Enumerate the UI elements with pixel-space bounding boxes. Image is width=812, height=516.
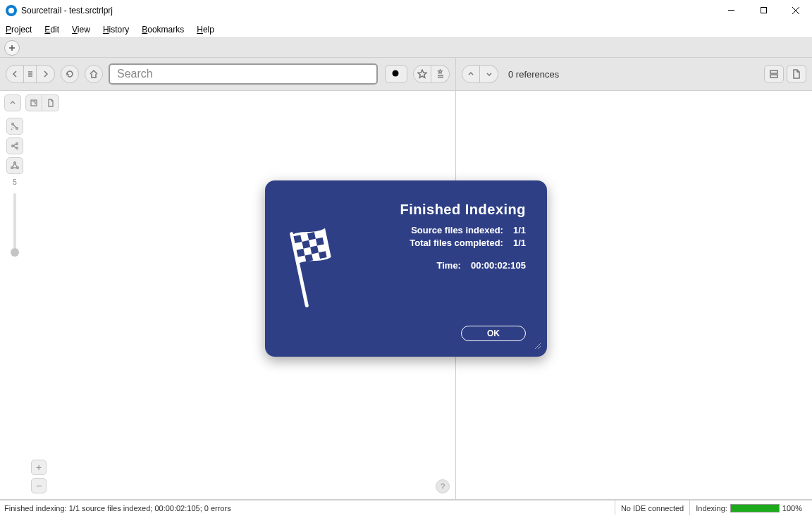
flag-icon	[286, 224, 343, 312]
svg-rect-38	[297, 249, 305, 257]
maximize-button[interactable]	[747, 0, 780, 20]
history-dropdown-button[interactable]	[24, 65, 37, 83]
svg-marker-12	[438, 70, 442, 73]
status-ide: No IDE connected	[615, 500, 689, 515]
stat-time-label: Time:	[341, 259, 461, 272]
svg-point-9	[393, 70, 399, 77]
statusbar: Finished indexing: 1/1 source files inde…	[0, 500, 812, 515]
bookmark-group	[413, 65, 450, 83]
svg-rect-37	[316, 238, 324, 246]
bookmark-list-button[interactable]	[431, 65, 450, 83]
svg-point-16	[12, 123, 14, 125]
layout-button-3[interactable]	[6, 157, 23, 174]
menu-history[interactable]: History	[103, 25, 129, 35]
nav-group	[6, 65, 55, 83]
collapse-up-button[interactable]	[4, 94, 21, 111]
export-image-button[interactable]	[25, 94, 42, 111]
svg-line-23	[13, 144, 16, 146]
svg-rect-15	[31, 100, 37, 106]
finished-indexing-dialog: Finished Indexing Source files indexed:1…	[265, 180, 547, 357]
side-gutter: 5	[0, 115, 25, 499]
zoom-in-button[interactable]: +	[31, 460, 47, 475]
svg-point-25	[14, 162, 16, 164]
window-title: Sourcetrail - test.srctrlprj	[21, 6, 715, 16]
svg-marker-11	[418, 70, 426, 78]
svg-rect-35	[307, 232, 316, 240]
status-indexing-label: Indexing:	[696, 504, 727, 512]
full-view-button[interactable]	[787, 65, 806, 83]
menu-edit[interactable]: Edit	[44, 25, 59, 35]
depth-slider[interactable]	[13, 193, 16, 257]
svg-point-17	[16, 128, 18, 130]
forward-button[interactable]	[37, 65, 55, 83]
menu-project[interactable]: Project	[6, 25, 32, 35]
resize-grip-icon[interactable]	[533, 340, 541, 352]
references-count: 0 references	[508, 69, 761, 80]
home-button[interactable]	[85, 65, 103, 83]
close-button[interactable]	[780, 0, 812, 20]
bookmark-star-button[interactable]	[413, 65, 431, 83]
refresh-button[interactable]	[61, 65, 79, 83]
svg-line-43	[538, 346, 541, 349]
menu-help[interactable]: Help	[197, 25, 214, 35]
dialog-heading: Finished Indexing	[265, 202, 526, 218]
layout-button-2[interactable]	[6, 137, 23, 154]
svg-line-28	[13, 164, 16, 167]
export-file-button[interactable]	[42, 94, 59, 111]
search-input[interactable]	[109, 63, 378, 85]
status-percent: 100%	[782, 504, 802, 512]
help-button[interactable]: ?	[436, 479, 450, 493]
app-icon	[6, 5, 17, 16]
indexing-progress-fill	[731, 505, 779, 512]
svg-line-10	[398, 76, 400, 78]
dialog-stats: Source files indexed:1/1 Total files com…	[341, 224, 526, 273]
svg-rect-39	[310, 246, 319, 254]
main-toolbar	[0, 58, 455, 91]
snippet-view-button[interactable]	[764, 65, 784, 83]
svg-point-20	[12, 145, 14, 147]
stat-source-value: 1/1	[513, 224, 526, 237]
svg-point-22	[16, 147, 18, 149]
svg-rect-36	[302, 240, 310, 249]
svg-rect-34	[293, 235, 302, 243]
stat-time-value: 00:00:02:105	[471, 259, 526, 272]
depth-label: 5	[13, 178, 17, 186]
new-tab-button[interactable]	[4, 40, 20, 56]
stat-total-label: Total files completed:	[383, 237, 503, 250]
code-toolbar: 0 references	[456, 58, 812, 91]
menu-bookmarks[interactable]: Bookmarks	[142, 25, 184, 35]
svg-rect-31	[770, 70, 777, 73]
back-button[interactable]	[6, 65, 24, 83]
window-controls	[715, 0, 812, 20]
status-indexing: Indexing: 100%	[689, 500, 808, 515]
menubar: Project Edit View History Bookmarks Help	[0, 21, 812, 38]
svg-rect-32	[770, 75, 777, 78]
stat-total-value: 1/1	[513, 237, 526, 250]
menu-view[interactable]: View	[72, 25, 90, 35]
svg-line-19	[11, 127, 14, 130]
ok-button[interactable]: OK	[461, 326, 526, 341]
zoom-out-button[interactable]: −	[31, 478, 47, 493]
stat-source-label: Source files indexed:	[383, 224, 503, 237]
svg-point-21	[16, 143, 18, 145]
ref-prev-button[interactable]	[462, 65, 480, 83]
svg-line-29	[15, 164, 18, 167]
svg-rect-1	[761, 8, 766, 13]
svg-line-18	[13, 125, 16, 128]
indexing-progress	[730, 504, 780, 512]
view-mode-group	[764, 65, 806, 83]
graph-toolbar	[0, 91, 455, 115]
status-message: Finished indexing: 1/1 source files inde…	[4, 504, 615, 512]
tabstrip	[0, 38, 812, 58]
svg-line-24	[13, 146, 16, 148]
zoom-controls: + −	[31, 460, 47, 493]
minimize-button[interactable]	[715, 0, 747, 20]
layout-button-1[interactable]	[6, 118, 23, 135]
ref-nav-group	[462, 65, 498, 83]
search-button[interactable]	[385, 65, 407, 83]
svg-line-42	[535, 343, 541, 349]
search-wrap	[109, 63, 378, 85]
titlebar: Sourcetrail - test.srctrlprj	[0, 0, 812, 21]
ref-next-button[interactable]	[480, 65, 498, 83]
depth-slider-thumb[interactable]	[11, 248, 19, 257]
